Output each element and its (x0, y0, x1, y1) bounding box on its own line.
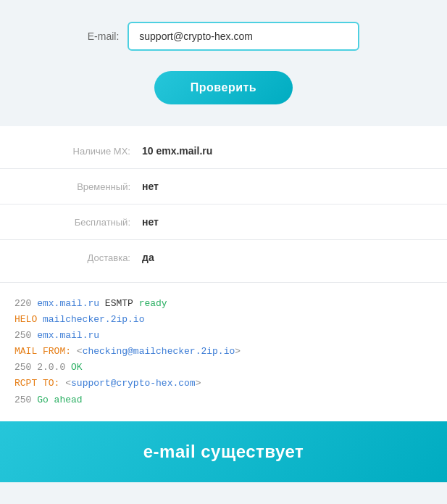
log-section: 220 emx.mail.ru ESMTP readyHELO mailchec… (0, 282, 447, 421)
result-label: Бесплатный: (43, 217, 130, 228)
status-banner: e-mail существует (0, 421, 447, 482)
check-button[interactable]: Проверить (154, 71, 293, 104)
top-section: E-mail: Проверить (0, 0, 447, 126)
log-line: 220 emx.mail.ru ESMTP ready (14, 296, 433, 312)
result-row: Бесплатный:нет (0, 205, 447, 240)
result-label: Доставка: (43, 252, 130, 263)
result-row: Наличие MX:10 emx.mail.ru (0, 133, 447, 169)
log-line: 250 Go ahead (14, 392, 433, 408)
result-value: нет (142, 216, 159, 228)
log-line: HELO mailchecker.2ip.io (14, 312, 433, 328)
email-label: E-mail: (88, 30, 120, 42)
result-value: 10 emx.mail.ru (142, 145, 212, 157)
result-value: да (142, 252, 154, 263)
result-label: Наличие MX: (43, 146, 130, 157)
log-line: MAIL FROM: <checking@mailchecker.2ip.io> (14, 344, 433, 360)
result-row: Временный:нет (0, 169, 447, 205)
log-line: RCPT TO: <support@crypto-hex.com> (14, 376, 433, 392)
result-value: нет (142, 181, 159, 192)
log-line: 250 emx.mail.ru (14, 328, 433, 344)
log-line: 250 2.0.0 OK (14, 360, 433, 376)
result-label: Временный: (43, 181, 130, 192)
results-section: Наличие MX:10 emx.mail.ruВременный:нетБе… (0, 126, 447, 282)
result-row: Доставка:да (0, 240, 447, 275)
email-input[interactable] (128, 22, 359, 51)
email-row: E-mail: (88, 22, 360, 51)
